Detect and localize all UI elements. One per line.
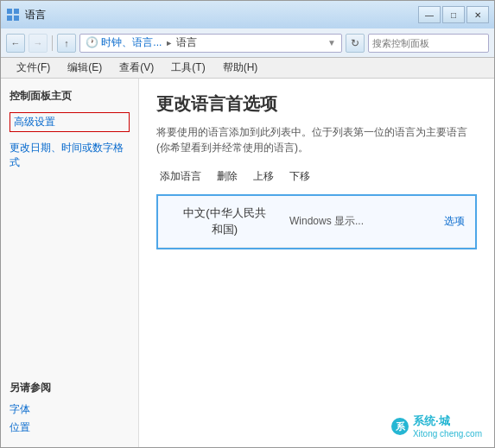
watermark: 系 系统·城 Xitong cheng.com (390, 413, 482, 439)
address-bar: ← → ↑ 🕐 时钟、语言... ► 语言 ▼ ↻ 🔍 (1, 28, 494, 58)
lang-item-chinese: 中文(中华人民共和国) Windows 显示... 选项 (158, 196, 475, 248)
title-bar-left: 语言 (6, 8, 46, 22)
sidebar-link-location[interactable]: 位置 (10, 419, 130, 437)
maximize-button[interactable]: □ (442, 6, 465, 23)
breadcrumb-arrow-1: ► (165, 39, 173, 47)
search-bar: 🔍 (368, 34, 489, 53)
menu-tools[interactable]: 工具(T) (164, 59, 212, 77)
forward-button[interactable]: → (29, 34, 48, 53)
lang-options-link[interactable]: 选项 (444, 214, 465, 229)
breadcrumb-item-1[interactable]: 🕐 时钟、语言... (86, 35, 162, 50)
toolbar-delete-btn[interactable]: 删除 (213, 167, 241, 186)
svg-text:系: 系 (395, 421, 405, 432)
menu-file[interactable]: 文件(F) (10, 59, 57, 77)
panel-description: 将要使用的语言添加到此列表中。位于列表第一位的语言为主要语言(你希望看到并经常使… (156, 124, 477, 155)
breadcrumb: 🕐 时钟、语言... ► 语言 ▼ (79, 34, 342, 53)
up-button[interactable]: ↑ (57, 34, 76, 53)
toolbar-row: 添加语言 删除 上移 下移 (156, 167, 477, 186)
right-panel: 更改语言首选项 将要使用的语言添加到此列表中。位于列表第一位的语言为主要语言(你… (139, 79, 494, 447)
svg-rect-3 (14, 16, 19, 21)
refresh-button[interactable]: ↻ (346, 34, 365, 53)
sidebar-link-advanced[interactable]: 高级设置 (10, 112, 130, 132)
back-button[interactable]: ← (6, 34, 25, 53)
svg-rect-1 (14, 9, 19, 14)
language-list: 中文(中华人民共和国) Windows 显示... 选项 (156, 194, 477, 249)
watermark-sub: Xitong cheng.com (413, 429, 482, 439)
toolbar-up-btn[interactable]: 上移 (250, 167, 277, 186)
toolbar-add-btn[interactable]: 添加语言 (156, 167, 205, 186)
breadcrumb-item-2: 语言 (176, 35, 197, 50)
title-bar: 语言 — □ ✕ (1, 1, 494, 28)
menu-edit[interactable]: 编辑(E) (60, 59, 109, 77)
sidebar-link-datetime[interactable]: 更改日期、时间或数字格式 (10, 139, 130, 172)
window-icon (6, 8, 20, 22)
svg-rect-2 (7, 16, 12, 21)
title-bar-buttons: — □ ✕ (418, 6, 489, 23)
minimize-button[interactable]: — (418, 6, 441, 23)
toolbar-down-btn[interactable]: 下移 (286, 167, 314, 186)
watermark-icon: 系 (390, 417, 409, 436)
watermark-text: 系统·城 (413, 413, 482, 429)
menu-help[interactable]: 帮助(H) (216, 59, 265, 77)
panel-title: 更改语言首选项 (156, 92, 477, 116)
search-input[interactable] (369, 38, 495, 48)
svg-rect-0 (7, 9, 12, 14)
lang-name: 中文(中华人民共和国) (168, 205, 281, 237)
menu-view[interactable]: 查看(V) (112, 59, 161, 77)
menu-bar: 文件(F) 编辑(E) 查看(V) 工具(T) 帮助(H) (1, 58, 494, 79)
main-content: 控制面板主页 高级设置 更改日期、时间或数字格式 另请参阅 字体 位置 更改语言… (1, 79, 494, 447)
window-title: 语言 (25, 8, 46, 22)
sidebar-link-fonts[interactable]: 字体 (10, 401, 130, 419)
sidebar-section-2-title: 另请参阅 (10, 381, 130, 395)
lang-detail: Windows 显示... (281, 214, 444, 229)
sidebar: 控制面板主页 高级设置 更改日期、时间或数字格式 另请参阅 字体 位置 (1, 79, 139, 447)
window: 语言 — □ ✕ ← → ↑ 🕐 时钟、语言... ► 语言 ▼ ↻ 🔍 文件(… (0, 0, 495, 448)
sidebar-section-1-title: 控制面板主页 (10, 89, 130, 104)
close-button[interactable]: ✕ (466, 6, 489, 23)
